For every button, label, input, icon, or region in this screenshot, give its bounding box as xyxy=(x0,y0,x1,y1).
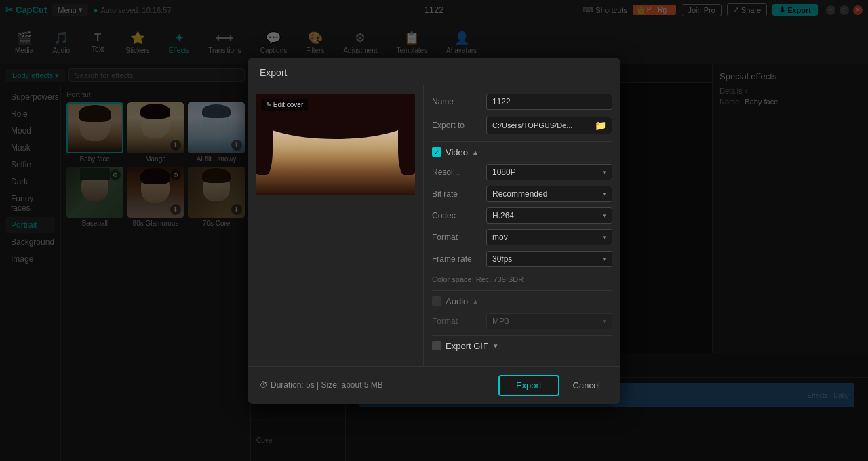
format-label: Format xyxy=(432,233,486,242)
gif-checkbox[interactable] xyxy=(432,341,441,350)
audio-section-toggle[interactable]: Audio ▲ xyxy=(432,296,612,306)
gif-chevron-icon: ▼ xyxy=(492,342,499,350)
name-label: Name xyxy=(432,97,486,106)
audio-format-select-wrapper: MP3 xyxy=(486,313,612,329)
export-path-text: C:/Users/TOPGUS/De... xyxy=(492,121,572,129)
bitrate-row: Bit rate Recommended Low High xyxy=(432,186,612,202)
cancel-button[interactable]: Cancel xyxy=(565,375,608,396)
audio-chevron-icon: ▲ xyxy=(472,298,479,305)
dialog-left: ✎ Edit cover xyxy=(248,85,424,366)
audio-format-select[interactable]: MP3 xyxy=(486,313,612,329)
framerate-row: Frame rate 30fps 24fps 60fps xyxy=(432,251,612,267)
audio-format-row: Format MP3 xyxy=(432,313,612,329)
dialog-body: ✎ Edit cover Name Export to C:/Users/TOP… xyxy=(248,85,620,366)
video-chevron-icon: ▲ xyxy=(472,148,479,156)
video-checkbox[interactable]: ✓ xyxy=(432,147,441,157)
footer-buttons: Export Cancel xyxy=(498,375,608,396)
gif-section-title: Export GIF xyxy=(446,341,488,351)
framerate-label: Frame rate xyxy=(432,254,486,264)
audio-section-title: Audio xyxy=(446,296,468,306)
export-to-label: Export to xyxy=(432,121,486,130)
divider-2 xyxy=(432,290,612,291)
bitrate-select[interactable]: Recommended Low High xyxy=(486,186,612,202)
dialog-header: Export xyxy=(248,58,620,85)
resolution-row: Resol... 1080P 720P 4K xyxy=(432,164,612,180)
resolution-select-wrapper: 1080P 720P 4K xyxy=(486,164,612,180)
codec-select-wrapper: H.264 H.265 xyxy=(486,207,612,224)
framerate-select-wrapper: 30fps 24fps 60fps xyxy=(486,251,612,267)
audio-checkbox[interactable] xyxy=(432,296,441,306)
framerate-select[interactable]: 30fps 24fps 60fps xyxy=(486,251,612,267)
format-select[interactable]: mov mp4 xyxy=(486,229,612,245)
video-section-title: Video xyxy=(446,147,468,157)
bitrate-label: Bit rate xyxy=(432,189,486,199)
resolution-select[interactable]: 1080P 720P 4K xyxy=(486,164,612,180)
cover-preview: ✎ Edit cover xyxy=(256,94,415,195)
export-path[interactable]: C:/Users/TOPGUS/De... 📁 xyxy=(486,117,612,134)
divider-1 xyxy=(432,141,612,142)
export-to-form-row: Export to C:/Users/TOPGUS/De... 📁 xyxy=(432,117,612,134)
format-row: Format mov mp4 xyxy=(432,229,612,245)
color-space-text: Color space: Rec. 709 SDR xyxy=(432,275,524,283)
dialog-footer: ⏱ Duration: 5s | Size: about 5 MB Export… xyxy=(248,366,620,404)
audio-section: Audio ▲ Format MP3 xyxy=(432,296,612,329)
dialog-overlay: Export ✎ Edit cover xyxy=(0,0,868,461)
codec-label: Codec xyxy=(432,211,486,220)
duration-icon: ⏱ xyxy=(260,380,268,390)
folder-icon: 📁 xyxy=(595,120,606,131)
export-dialog: Export ✎ Edit cover xyxy=(248,58,620,404)
resolution-label: Resol... xyxy=(432,167,486,177)
name-input[interactable] xyxy=(486,94,612,110)
codec-select[interactable]: H.264 H.265 xyxy=(486,207,612,224)
name-form-row: Name xyxy=(432,94,612,110)
color-space-row: Color space: Rec. 709 SDR xyxy=(432,273,612,285)
export-main-button[interactable]: Export xyxy=(498,375,559,396)
format-select-wrapper: mov mp4 xyxy=(486,229,612,245)
divider-3 xyxy=(432,335,612,336)
video-section-toggle[interactable]: ✓ Video ▲ xyxy=(432,147,612,157)
audio-format-label: Format xyxy=(432,317,486,326)
bitrate-select-wrapper: Recommended Low High xyxy=(486,186,612,202)
duration-text: Duration: 5s | Size: about 5 MB xyxy=(271,380,383,390)
edit-cover-button[interactable]: ✎ Edit cover xyxy=(261,99,308,111)
gif-section[interactable]: Export GIF ▼ xyxy=(432,341,612,351)
dialog-right: Name Export to C:/Users/TOPGUS/De... 📁 ✓… xyxy=(424,85,620,366)
codec-row: Codec H.264 H.265 xyxy=(432,207,612,224)
duration-info: ⏱ Duration: 5s | Size: about 5 MB xyxy=(260,380,383,390)
